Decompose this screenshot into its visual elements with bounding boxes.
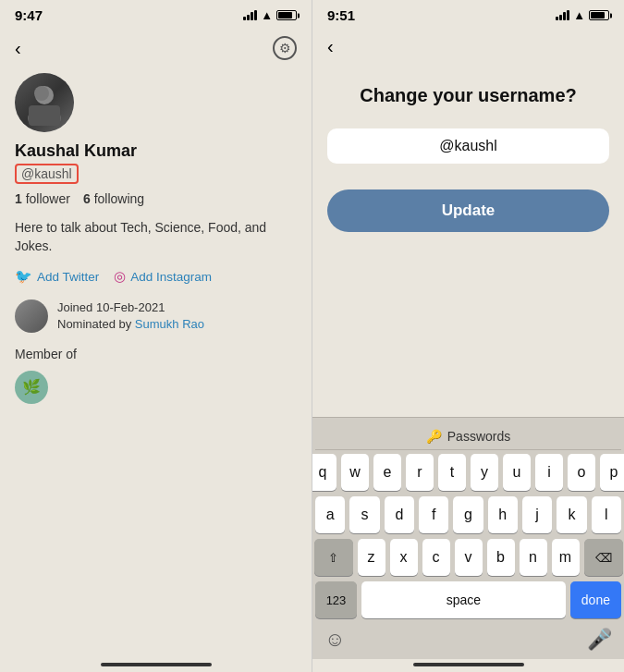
- right-status-bar: 9:51 ▲: [312, 0, 624, 27]
- keyboard: 🔑 Passwords q w e r t y u i o p a s d f …: [312, 417, 624, 659]
- update-button[interactable]: Update: [327, 189, 609, 232]
- left-status-icons: ▲: [243, 8, 297, 22]
- following-count: 6 following: [83, 191, 144, 206]
- settings-icon[interactable]: ⚙: [273, 36, 297, 60]
- key-e[interactable]: e: [373, 454, 401, 491]
- instagram-icon: ◎: [114, 268, 126, 285]
- followers-count: 1 follower: [15, 191, 70, 206]
- right-top-nav: ‹: [327, 36, 609, 57]
- key-d[interactable]: d: [385, 496, 414, 533]
- profile-content: ‹ ⚙ Kaushal Kumar @kaushl 1 follower 6: [0, 27, 312, 655]
- key-f[interactable]: f: [419, 496, 448, 533]
- shift-key[interactable]: ⇧: [314, 539, 353, 576]
- emoji-button[interactable]: ☺: [324, 628, 345, 652]
- left-phone-panel: 9:47 ▲ ‹ ⚙: [0, 0, 312, 672]
- delete-key[interactable]: ⌫: [584, 539, 623, 576]
- avatar-image: [15, 73, 74, 132]
- key-g[interactable]: g: [453, 496, 483, 533]
- keyboard-row-3: ⇧ z x c v b n m ⌫: [315, 539, 621, 576]
- key-c[interactable]: c: [422, 539, 450, 576]
- passwords-label: Passwords: [447, 429, 510, 444]
- wifi-icon: ▲: [261, 8, 273, 22]
- space-key[interactable]: space: [361, 581, 566, 618]
- user-full-name: Kaushal Kumar: [15, 141, 297, 161]
- key-j[interactable]: j: [522, 496, 552, 533]
- right-status-icons: ▲: [556, 8, 609, 22]
- key-t[interactable]: t: [438, 454, 466, 491]
- keyboard-row-1: q w e r t y u i o p: [315, 454, 621, 491]
- left-time: 9:47: [15, 7, 43, 23]
- username-badge[interactable]: @kaushl: [15, 164, 79, 184]
- numbers-key[interactable]: 123: [315, 581, 357, 618]
- key-q[interactable]: q: [312, 454, 336, 491]
- key-v[interactable]: v: [455, 539, 483, 576]
- key-y[interactable]: y: [471, 454, 498, 491]
- add-twitter-link[interactable]: 🐦 Add Twitter: [15, 268, 99, 285]
- svg-point-2: [34, 86, 49, 101]
- username-input[interactable]: [340, 138, 596, 154]
- key-k[interactable]: k: [557, 496, 586, 533]
- key-i[interactable]: i: [535, 454, 563, 491]
- right-signal-icon: [556, 10, 569, 20]
- key-n[interactable]: n: [520, 539, 547, 576]
- right-time: 9:51: [327, 7, 355, 23]
- signal-icon: [243, 10, 257, 20]
- right-wifi-icon: ▲: [573, 8, 585, 22]
- change-username-content: ‹ Change your username? Update: [312, 27, 624, 417]
- add-instagram-link[interactable]: ◎ Add Instagram: [114, 268, 212, 285]
- key-x[interactable]: x: [390, 539, 418, 576]
- key-a[interactable]: a: [315, 496, 345, 533]
- key-p[interactable]: p: [600, 454, 624, 491]
- join-text: Joined 10-Feb-2021 Nominated by Sumukh R…: [57, 299, 204, 333]
- username-input-wrapper: [327, 128, 609, 164]
- key-icon: 🔑: [426, 429, 442, 444]
- key-r[interactable]: r: [406, 454, 434, 491]
- key-z[interactable]: z: [358, 539, 385, 576]
- microphone-button[interactable]: 🎤: [587, 628, 612, 652]
- profile-top-nav: ‹ ⚙: [15, 36, 297, 60]
- key-w[interactable]: w: [341, 454, 369, 491]
- home-indicator: [101, 663, 212, 666]
- member-of-label: Member of: [15, 347, 297, 361]
- page-title: Change your username?: [327, 85, 609, 106]
- key-u[interactable]: u: [503, 454, 531, 491]
- keyboard-row-2: a s d f g h j k l: [315, 496, 621, 533]
- done-key[interactable]: done: [570, 581, 621, 618]
- right-phone-panel: 9:51 ▲ ‹ Change your username? Update: [312, 0, 624, 672]
- left-status-bar: 9:47 ▲: [0, 0, 312, 27]
- nominator-avatar: [15, 299, 48, 333]
- key-m[interactable]: m: [552, 539, 580, 576]
- right-battery-icon: [589, 10, 609, 20]
- key-o[interactable]: o: [568, 454, 595, 491]
- twitter-icon: 🐦: [15, 268, 32, 285]
- keyboard-row-4: 123 space done: [315, 581, 621, 618]
- bio-text: Here to talk about Tech, Science, Food, …: [15, 219, 297, 255]
- key-s[interactable]: s: [349, 496, 379, 533]
- club-icon[interactable]: 🌿: [15, 371, 48, 404]
- key-b[interactable]: b: [487, 539, 515, 576]
- key-l[interactable]: l: [592, 496, 621, 533]
- join-info: Joined 10-Feb-2021 Nominated by Sumukh R…: [15, 299, 297, 333]
- battery-icon: [276, 10, 297, 20]
- follow-stats: 1 follower 6 following: [15, 191, 297, 206]
- back-button[interactable]: ‹: [15, 38, 21, 59]
- right-home-indicator: [413, 663, 524, 666]
- right-back-button[interactable]: ‹: [327, 36, 334, 56]
- svg-rect-3: [29, 105, 60, 126]
- keyboard-bottom: ☺ 🎤: [315, 624, 621, 659]
- nominator-link[interactable]: Sumukh Rao: [135, 317, 204, 331]
- avatar: [15, 73, 74, 132]
- keyboard-toolbar: 🔑 Passwords: [315, 423, 621, 450]
- social-links: 🐦 Add Twitter ◎ Add Instagram: [15, 268, 297, 285]
- key-h[interactable]: h: [488, 496, 518, 533]
